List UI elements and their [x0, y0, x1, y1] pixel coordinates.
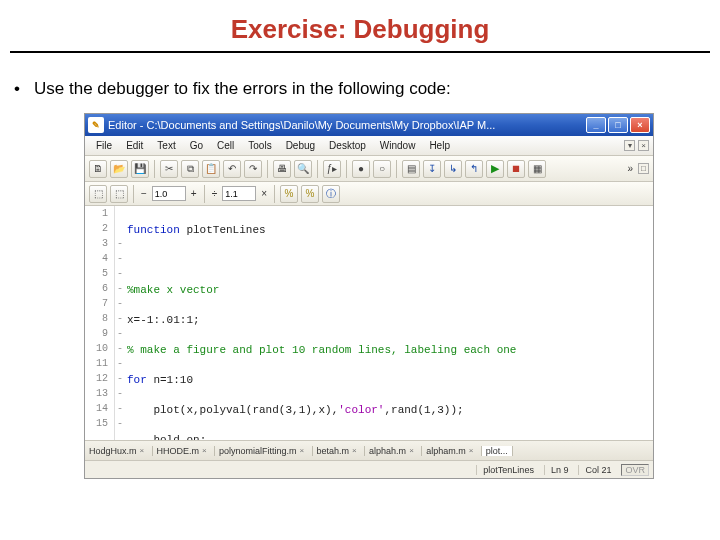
- info-icon[interactable]: ⓘ: [322, 185, 340, 203]
- fold-gutter: -- ---- ---- ---: [115, 206, 125, 440]
- new-file-icon[interactable]: 🗎: [89, 160, 107, 178]
- tab-close-icon[interactable]: ×: [140, 447, 148, 455]
- stack-icon[interactable]: ▤: [402, 160, 420, 178]
- editor-window: ✎ Editor - C:\Documents and Settings\Dan…: [84, 113, 654, 479]
- cell-plus-icon[interactable]: ⬚: [89, 185, 107, 203]
- status-bar: plotTenLines Ln 9 Col 21 OVR: [85, 460, 653, 478]
- file-tabs-bar: HodgHux.m× HHODE.m× polynomialFitting.m×…: [85, 440, 653, 460]
- maximize-button[interactable]: □: [608, 117, 628, 133]
- titlebar: ✎ Editor - C:\Documents and Settings\Dan…: [85, 114, 653, 136]
- tab-close-icon[interactable]: ×: [300, 447, 308, 455]
- times-label: ×: [259, 188, 269, 199]
- menu-help[interactable]: Help: [422, 140, 457, 151]
- save-icon[interactable]: 💾: [131, 160, 149, 178]
- line-number-gutter: 1234 5678 9101112 131415: [85, 206, 115, 440]
- menu-window[interactable]: Window: [373, 140, 423, 151]
- run-section-icon[interactable]: ▦: [528, 160, 546, 178]
- file-tab[interactable]: betah.m×: [313, 446, 366, 456]
- menu-file[interactable]: File: [89, 140, 119, 151]
- tab-close-icon[interactable]: ×: [469, 447, 477, 455]
- goto-func-icon[interactable]: ƒ▸: [323, 160, 341, 178]
- pct2-icon[interactable]: %: [301, 185, 319, 203]
- code-area[interactable]: 1234 5678 9101112 131415 -- ---- ---- --…: [85, 206, 653, 440]
- menu-debug[interactable]: Debug: [279, 140, 322, 151]
- open-file-icon[interactable]: 📂: [110, 160, 128, 178]
- toolbar-close-icon[interactable]: □: [638, 163, 649, 174]
- bullet-text: Use the debugger to fix the errors in th…: [0, 79, 720, 109]
- status-line: Ln 9: [544, 465, 569, 475]
- step-icon[interactable]: ↧: [423, 160, 441, 178]
- toolbar-overflow-icon[interactable]: »: [625, 163, 635, 174]
- title-underline: [10, 51, 710, 53]
- paste-icon[interactable]: 📋: [202, 160, 220, 178]
- file-tab[interactable]: HHODE.m×: [153, 446, 216, 456]
- status-function: plotTenLines: [476, 465, 534, 475]
- file-tab[interactable]: alpham.m×: [422, 446, 482, 456]
- run-icon[interactable]: ▶: [486, 160, 504, 178]
- copy-icon[interactable]: ⧉: [181, 160, 199, 178]
- redo-icon[interactable]: ↷: [244, 160, 262, 178]
- find-icon[interactable]: 🔍: [294, 160, 312, 178]
- decrement-value-input[interactable]: 1.0: [152, 186, 186, 201]
- slide-title: Exercise: Debugging: [0, 0, 720, 51]
- breakpoint-set-icon[interactable]: ●: [352, 160, 370, 178]
- print-icon[interactable]: 🖶: [273, 160, 291, 178]
- plus-label: +: [189, 188, 199, 199]
- menu-edit[interactable]: Edit: [119, 140, 150, 151]
- menu-text[interactable]: Text: [150, 140, 182, 151]
- cell-plusplus-icon[interactable]: ⬚: [110, 185, 128, 203]
- main-toolbar: 🗎 📂 💾 ✂ ⧉ 📋 ↶ ↷ 🖶 🔍 ƒ▸ ● ○ ▤ ↧ ↳ ↰ ▶ ⏹ ▦: [85, 156, 653, 182]
- minus-label: −: [139, 188, 149, 199]
- divide-label: ÷: [210, 188, 220, 199]
- editor-app-icon: ✎: [88, 117, 104, 133]
- menu-bar: File Edit Text Go Cell Tools Debug Deskt…: [85, 136, 653, 156]
- tab-close-icon[interactable]: ×: [352, 447, 360, 455]
- file-tab[interactable]: HodgHux.m×: [85, 446, 153, 456]
- close-button[interactable]: ×: [630, 117, 650, 133]
- aux-chevron-icon[interactable]: ▾: [624, 140, 635, 151]
- menu-go[interactable]: Go: [183, 140, 210, 151]
- pct1-icon[interactable]: %: [280, 185, 298, 203]
- window-title: Editor - C:\Documents and Settings\Danil…: [108, 119, 584, 131]
- tab-close-icon[interactable]: ×: [202, 447, 210, 455]
- menu-tools[interactable]: Tools: [241, 140, 278, 151]
- step-in-icon[interactable]: ↳: [444, 160, 462, 178]
- aux-close-icon[interactable]: ×: [638, 140, 649, 151]
- file-tab[interactable]: alphah.m×: [365, 446, 422, 456]
- tab-close-icon[interactable]: ×: [409, 447, 417, 455]
- step-out-icon[interactable]: ↰: [465, 160, 483, 178]
- file-tab[interactable]: polynomialFitting.m×: [215, 446, 313, 456]
- breakpoint-clear-icon[interactable]: ○: [373, 160, 391, 178]
- file-tab-active[interactable]: plot...: [482, 446, 513, 456]
- cut-icon[interactable]: ✂: [160, 160, 178, 178]
- menu-desktop[interactable]: Desktop: [322, 140, 373, 151]
- cell-toolbar: ⬚ ⬚ − 1.0 + ÷ 1.1 × % % ⓘ: [85, 182, 653, 206]
- menu-cell[interactable]: Cell: [210, 140, 241, 151]
- minimize-button[interactable]: _: [586, 117, 606, 133]
- multiply-value-input[interactable]: 1.1: [222, 186, 256, 201]
- code-text[interactable]: function plotTenLines %make x vector x=-…: [125, 206, 653, 440]
- status-ovr: OVR: [621, 464, 649, 476]
- exit-debug-icon[interactable]: ⏹: [507, 160, 525, 178]
- undo-icon[interactable]: ↶: [223, 160, 241, 178]
- status-col: Col 21: [578, 465, 611, 475]
